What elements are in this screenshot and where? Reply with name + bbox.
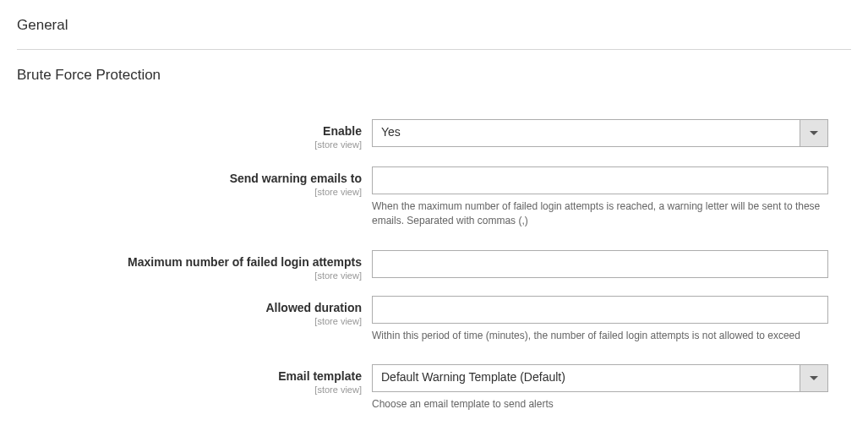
label-col: Allowed duration [store view] [17,296,372,326]
label-col: Email template [store view] [17,364,372,395]
warning-emails-label: Send warning emails to [17,172,362,185]
label-col: Maximum number of failed login attempts … [17,250,372,281]
allowed-duration-help: Within this period of time (minutes), th… [372,329,828,343]
warning-emails-input[interactable] [372,166,828,194]
max-failed-label: Maximum number of failed login attempts [17,255,362,269]
chevron-down-icon [810,376,818,381]
input-col: When the maximum number of failed login … [372,166,828,228]
input-col [372,250,828,278]
enable-select[interactable]: Yes [372,119,828,147]
enable-label: Enable [17,124,362,138]
field-row-max-failed: Maximum number of failed login attempts … [17,250,851,281]
allowed-duration-input[interactable] [372,296,828,324]
field-row-enable: Enable [store view] Yes [17,119,851,150]
chevron-down-icon [810,131,818,136]
scope-label: [store view] [17,316,362,326]
input-col: Yes [372,119,828,147]
input-col: Within this period of time (minutes), th… [372,296,828,343]
dropdown-button[interactable] [800,365,827,391]
email-template-value: Default Warning Template (Default) [373,365,800,391]
allowed-duration-label: Allowed duration [17,301,362,314]
label-col: Send warning emails to [store view] [17,166,372,197]
input-col: Default Warning Template (Default) Choos… [372,364,828,412]
warning-emails-help: When the maximum number of failed login … [372,199,828,228]
enable-select-value: Yes [373,120,800,146]
field-row-email-template: Email template [store view] Default Warn… [17,364,851,412]
max-failed-input[interactable] [372,250,828,278]
scope-label: [store view] [17,187,362,197]
field-row-allowed-duration: Allowed duration [store view] Within thi… [17,296,851,343]
scope-label: [store view] [17,385,362,395]
email-template-select[interactable]: Default Warning Template (Default) [372,364,828,392]
section-title-general[interactable]: General [17,17,851,50]
email-template-help: Choose an email template to send alerts [372,397,828,412]
section-title-brute-force[interactable]: Brute Force Protection [17,62,851,95]
form-wrapper: Enable [store view] Yes Send warning ema… [17,119,851,412]
dropdown-button[interactable] [800,120,827,146]
scope-label: [store view] [17,270,362,281]
email-template-label: Email template [17,369,362,383]
scope-label: [store view] [17,139,362,150]
label-col: Enable [store view] [17,119,372,150]
field-row-warning-emails: Send warning emails to [store view] When… [17,166,851,228]
